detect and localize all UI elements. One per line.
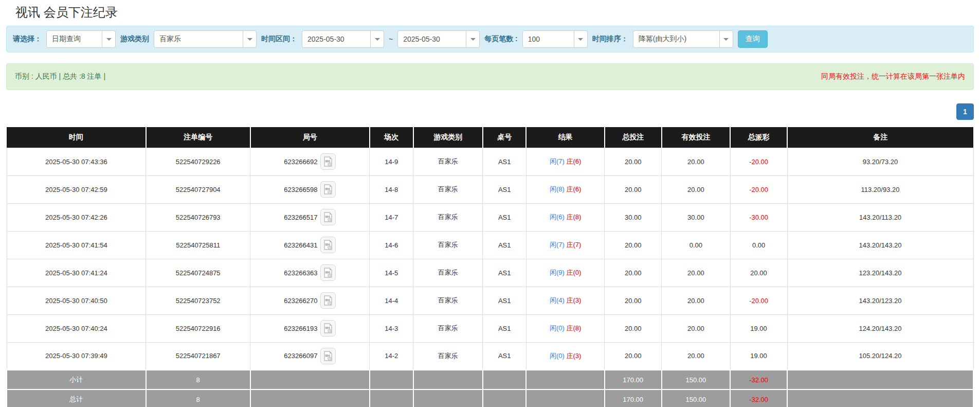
valid-bet-cell: 20.00 — [662, 314, 730, 342]
header-bet-id: 注单编号 — [146, 127, 250, 148]
total-bet-link[interactable]: 20.00 — [605, 175, 662, 203]
video-record-icon[interactable] — [320, 181, 336, 198]
page-title: 视讯 会员下注纪录 — [6, 3, 974, 26]
chevron-down-icon — [370, 31, 384, 47]
total-valid-bet: 150.00 — [662, 390, 730, 407]
time-cell: 2025-05-30 07:41:54 — [7, 231, 146, 259]
result-banker: 庄(6) — [566, 185, 581, 193]
total-bet-link[interactable]: 20.00 — [605, 148, 662, 175]
page-size-select[interactable]: 100 — [522, 30, 588, 48]
result-banker: 庄(8) — [566, 324, 581, 332]
total-payout: -32.00 — [730, 390, 787, 407]
round-id-value: 623266363 — [284, 269, 317, 277]
game-type-select[interactable]: 百家乐 — [154, 30, 257, 48]
header-total-bet: 总投注 — [605, 127, 662, 148]
betting-records-page: 视讯 会员下注纪录 请选择： 日期查询 游戏类别 百家乐 时间区间： 2025-… — [0, 0, 980, 407]
video-record-icon[interactable] — [320, 209, 336, 225]
result-player: 闲(4) — [550, 296, 565, 304]
time-cell: 2025-05-30 07:39:49 — [7, 342, 146, 370]
result-player: 闲(8) — [550, 185, 565, 193]
valid-bet-cell: 0.00 — [662, 231, 730, 259]
currency-total-text: 币别 : 人民币 | 总共 :8 注单 | — [15, 72, 105, 81]
session-cell: 14-8 — [370, 175, 413, 203]
round-id-value: 623266097 — [284, 352, 317, 360]
subtotal-label: 小计 — [7, 370, 146, 390]
time-sort-select[interactable]: 降冪(由大到小) — [633, 30, 733, 48]
bet-record-row: 2025-05-30 07:43:36 522540729226 6232666… — [7, 148, 973, 175]
bet-id-cell: 522540721867 — [146, 342, 250, 370]
date-to-select[interactable]: 2025-05-30 — [397, 30, 480, 48]
total-note — [787, 390, 973, 407]
time-sort-label: 时间排序： — [592, 34, 628, 44]
session-cell: 14-6 — [370, 231, 413, 259]
header-game-type: 游戏类别 — [413, 127, 483, 148]
bet-record-row: 2025-05-30 07:40:50 522540723752 6232662… — [7, 287, 973, 314]
query-type-select[interactable]: 日期查询 — [46, 30, 116, 48]
total-bet-link[interactable]: 20.00 — [605, 314, 662, 342]
game-type-cell: 百家乐 — [413, 287, 483, 314]
table-no-cell: AS1 — [483, 287, 527, 314]
video-record-icon[interactable] — [320, 292, 336, 309]
round-id-cell: 623266517 — [250, 203, 370, 231]
round-id-value: 623266598 — [284, 186, 317, 193]
header-table-no: 桌号 — [483, 127, 527, 148]
bet-id-cell: 522540725811 — [146, 231, 250, 259]
total-total-bet: 170.00 — [605, 390, 662, 407]
subtotal-total-bet: 170.00 — [605, 370, 662, 390]
valid-bet-notice: 同局有效投注，统一计算在该局第一张注单内 — [821, 72, 965, 81]
pagination-page-1[interactable]: 1 — [956, 103, 974, 120]
round-id-value: 623266193 — [284, 325, 317, 332]
total-bet-link[interactable]: 20.00 — [605, 342, 662, 370]
payout-cell: -20.00 — [730, 148, 787, 175]
table-no-cell: AS1 — [483, 342, 527, 370]
video-record-icon[interactable] — [320, 264, 336, 281]
result-cell: 闲(0) 庄(3) — [526, 342, 604, 370]
bet-record-row: 2025-05-30 07:40:24 522540722916 6232661… — [7, 314, 973, 342]
chevron-down-icon — [719, 31, 733, 47]
page-size-label: 每页笔数 : — [484, 34, 518, 44]
payout-cell: -30.00 — [730, 203, 787, 231]
round-id-cell: 623266431 — [250, 231, 370, 259]
session-cell: 14-9 — [370, 148, 413, 175]
valid-bet-cell: 20.00 — [662, 148, 730, 175]
result-cell: 闲(7) 庄(6) — [526, 148, 604, 175]
session-cell: 14-7 — [370, 203, 413, 231]
total-row: 总计 8 170.00 150.00 -32.00 — [7, 390, 973, 407]
header-result: 结果 — [526, 127, 604, 148]
total-bet-link[interactable]: 20.00 — [605, 231, 662, 259]
total-bet-link[interactable]: 20.00 — [605, 287, 662, 314]
payout-cell: -20.00 — [730, 287, 787, 314]
result-cell: 闲(7) 庄(7) — [526, 231, 604, 259]
date-from-select[interactable]: 2025-05-30 — [302, 30, 384, 48]
summary-info-bar: 币别 : 人民币 | 总共 :8 注单 | 同局有效投注，统一计算在该局第一张注… — [6, 63, 974, 90]
total-count: 8 — [146, 390, 250, 407]
session-cell: 14-4 — [370, 287, 413, 314]
video-record-icon[interactable] — [320, 237, 336, 253]
search-button[interactable]: 查询 — [738, 30, 768, 48]
bet-id-cell: 522540723752 — [146, 287, 250, 314]
result-banker: 庄(3) — [566, 296, 581, 304]
video-record-icon[interactable] — [320, 348, 336, 364]
note-cell: 105.20/124.20 — [787, 342, 973, 370]
note-cell: 113.20/93.20 — [787, 175, 973, 203]
bet-id-cell: 522540727904 — [146, 175, 250, 203]
video-record-icon[interactable] — [320, 320, 336, 337]
note-cell: 93.20/73.20 — [787, 148, 973, 175]
game-type-cell: 百家乐 — [413, 314, 483, 342]
time-cell: 2025-05-30 07:41:24 — [7, 259, 146, 287]
result-banker: 庄(7) — [566, 241, 581, 249]
table-no-cell: AS1 — [483, 203, 527, 231]
video-record-icon[interactable] — [320, 153, 336, 170]
round-id-cell: 623266692 — [250, 148, 370, 175]
valid-bet-cell: 30.00 — [662, 203, 730, 231]
bet-records-table: 时间 注单编号 局号 场次 游戏类别 桌号 结果 总投注 有效投注 总派彩 备注… — [6, 127, 974, 407]
bet-record-row: 2025-05-30 07:39:49 522540721867 6232660… — [7, 342, 973, 370]
result-cell: 闲(0) 庄(8) — [526, 314, 604, 342]
round-id-cell: 623266598 — [250, 175, 370, 203]
result-cell: 闲(9) 庄(0) — [526, 259, 604, 287]
note-cell: 143.20/113.20 — [787, 203, 973, 231]
total-label: 总计 — [7, 390, 146, 407]
total-bet-link[interactable]: 20.00 — [605, 259, 662, 287]
bet-record-row: 2025-05-30 07:42:59 522540727904 6232665… — [7, 175, 973, 203]
total-bet-link[interactable]: 30.00 — [605, 203, 662, 231]
